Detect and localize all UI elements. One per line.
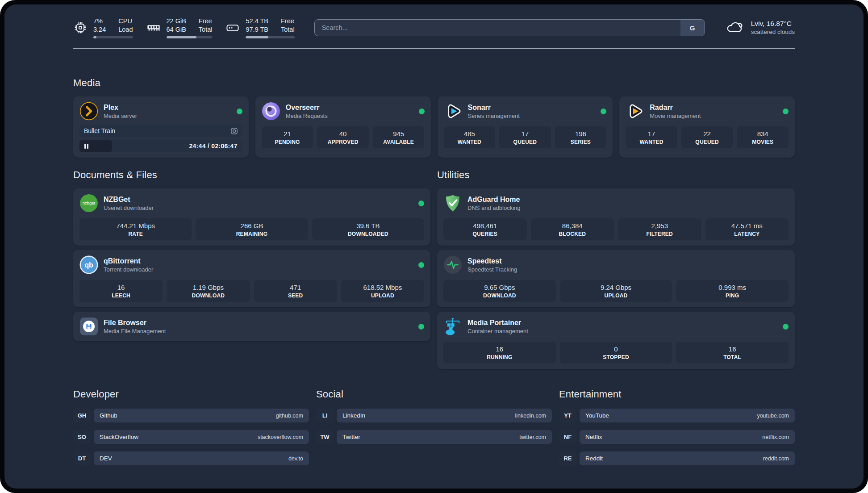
- app-card-portainer[interactable]: Media Portainer Container management 16 …: [437, 312, 795, 369]
- section-title-developer: Developer: [73, 389, 309, 400]
- link-reddit[interactable]: RE Reddit reddit.com: [559, 451, 795, 465]
- stat-tile: 40 APPROVED: [317, 126, 369, 148]
- link-linkedin[interactable]: LI LinkedIn linkedin.com: [316, 409, 552, 422]
- app-title: qBittorrent: [104, 257, 153, 266]
- app-card-radarr[interactable]: Radarr Movie management 17 WANTED 22 QUE…: [619, 96, 795, 158]
- qbittorrent-icon: qb: [79, 255, 98, 274]
- stat-tile: 1.19 Gbps DOWNLOAD: [167, 280, 250, 302]
- link-url: twitter.com: [519, 434, 546, 440]
- memory-label-top: Free: [199, 17, 213, 25]
- stat-tile: 16 TOTAL: [676, 342, 789, 363]
- link-tag: YT: [559, 409, 576, 422]
- stat-tile: 47.571 ms LATENCY: [705, 218, 789, 240]
- stat-tile: 834 MOVIES: [737, 126, 789, 148]
- storage-icon: [225, 21, 240, 35]
- storage-progress: [246, 36, 294, 38]
- header-divider: [73, 48, 795, 49]
- app-card-overseerr[interactable]: Overseerr Media Requests 21 PENDING 40 A…: [255, 96, 431, 158]
- link-twitter[interactable]: TW Twitter twitter.com: [316, 430, 552, 444]
- section-title-documents: Documents & Files: [73, 169, 430, 181]
- app-subtitle: DNS and adblocking: [467, 205, 521, 211]
- link-stackoverflow[interactable]: SO StackOverflow stackoverflow.com: [73, 430, 309, 444]
- pause-button[interactable]: [84, 144, 88, 149]
- link-url: dev.to: [288, 455, 303, 462]
- app-title: Media Portainer: [467, 318, 528, 327]
- link-url: linkedin.com: [515, 413, 546, 419]
- link-tag: GH: [73, 409, 91, 422]
- nzbget-icon: nzbget: [79, 194, 98, 213]
- app-subtitle: Usenet downloader: [104, 205, 154, 211]
- section-utilities: Utilities: [437, 169, 795, 369]
- section-documents: Documents & Files nzbget NZBGet U: [73, 169, 430, 369]
- app-card-filebrowser[interactable]: File Browser Media File Management: [73, 312, 430, 341]
- link-name: LinkedIn: [342, 412, 365, 419]
- app-card-plex[interactable]: Plex Media server Bullet Train: [73, 96, 249, 158]
- app-subtitle: Torrent downloader: [104, 266, 153, 273]
- section-title-social: Social: [316, 389, 552, 400]
- section-developer: Developer GH Github github.com SO StackO…: [73, 389, 309, 473]
- now-playing-progress: 24:44 / 02:06:47: [79, 140, 242, 152]
- app-title: NZBGet: [104, 195, 154, 204]
- storage-stat: 52.4 TB 97.9 TB Free Total: [225, 17, 294, 38]
- stat-tile: 0 STOPPED: [560, 342, 672, 363]
- section-title-media: Media: [73, 77, 795, 89]
- link-tag: LI: [316, 409, 334, 422]
- stat-tile: 17 QUEUED: [499, 126, 551, 148]
- memory-progress: [167, 36, 213, 38]
- link-url: youtube.com: [757, 413, 789, 419]
- search-input[interactable]: [315, 24, 680, 31]
- stat-tile: 471 SEED: [254, 280, 337, 302]
- stat-tile: 945 AVAILABLE: [373, 126, 425, 148]
- stat-tile: 0.993 ms PING: [676, 280, 789, 302]
- stat-tile: 16 LEECH: [79, 280, 163, 302]
- app-title: Radarr: [650, 103, 701, 112]
- link-name: StackOverflow: [100, 434, 138, 440]
- link-url: github.com: [276, 413, 303, 419]
- link-name: YouTube: [585, 412, 609, 419]
- link-netflix[interactable]: NF Netflix netflix.com: [559, 430, 795, 444]
- weather-condition: scattered clouds: [751, 28, 795, 36]
- cloud-icon: [726, 19, 744, 37]
- cpu-load-value: 3.24: [93, 25, 106, 34]
- storage-label-bottom: Total: [281, 25, 295, 34]
- link-github[interactable]: GH Github github.com: [73, 409, 309, 422]
- app-card-speedtest[interactable]: Speedtest Speedtest Tracking 9.65 Gbps D…: [437, 250, 795, 307]
- stat-tile: 16 RUNNING: [443, 342, 556, 363]
- link-tag: DT: [73, 451, 91, 465]
- app-subtitle: Media File Management: [104, 328, 166, 334]
- stat-tile: 9.24 Gbps UPLOAD: [560, 280, 672, 302]
- stat-tile: 618.52 Mbps UPLOAD: [341, 280, 424, 302]
- overseerr-icon: [262, 102, 280, 121]
- stat-tile: 86,384 BLOCKED: [531, 218, 614, 240]
- app-card-nzbget[interactable]: nzbget NZBGet Usenet downloader 744.21 M…: [73, 188, 430, 246]
- now-playing-type-icon: [230, 127, 238, 135]
- weather-widget: Lviv, 16.87°C scattered clouds: [726, 19, 795, 37]
- app-card-sonarr[interactable]: Sonarr Series management 485 WANTED 17 Q…: [438, 96, 613, 158]
- search-provider-button[interactable]: G: [680, 20, 705, 36]
- adguard-icon: [443, 194, 462, 213]
- stat-tile: 21 PENDING: [262, 126, 313, 148]
- stat-tile: 9.65 Gbps DOWNLOAD: [443, 280, 556, 302]
- svg-text:nzbget: nzbget: [83, 201, 96, 205]
- storage-total: 97.9 TB: [246, 25, 268, 34]
- weather-location-temp: Lviv, 16.87°C: [751, 19, 795, 29]
- memory-stat: 22 GiB 64 GiB Free Total: [146, 17, 213, 38]
- cpu-usage: 7%: [93, 17, 106, 25]
- app-card-qbittorrent[interactable]: qb qBittorrent Torrent downloader 16 LEE…: [73, 250, 430, 307]
- app-subtitle: Movie management: [650, 113, 701, 119]
- link-tag: RE: [559, 451, 576, 465]
- link-name: Twitter: [342, 434, 360, 440]
- cpu-label-top: CPU: [118, 17, 133, 25]
- link-name: Github: [100, 412, 117, 419]
- memory-free: 22 GiB: [167, 17, 186, 25]
- search-bar[interactable]: G: [314, 19, 705, 36]
- plex-icon: [79, 102, 98, 121]
- status-dot: [418, 324, 424, 330]
- link-youtube[interactable]: YT YouTube youtube.com: [559, 409, 795, 422]
- app-card-adguard[interactable]: AdGuard Home DNS and adblocking 498,461 …: [437, 188, 795, 246]
- status-dot: [783, 109, 789, 114]
- storage-free: 52.4 TB: [246, 17, 268, 25]
- cpu-stat: 7% 3.24 CPU Load: [73, 17, 133, 38]
- stat-tile: 744.21 Mbps RATE: [79, 218, 192, 240]
- link-dev[interactable]: DT DEV dev.to: [73, 451, 309, 465]
